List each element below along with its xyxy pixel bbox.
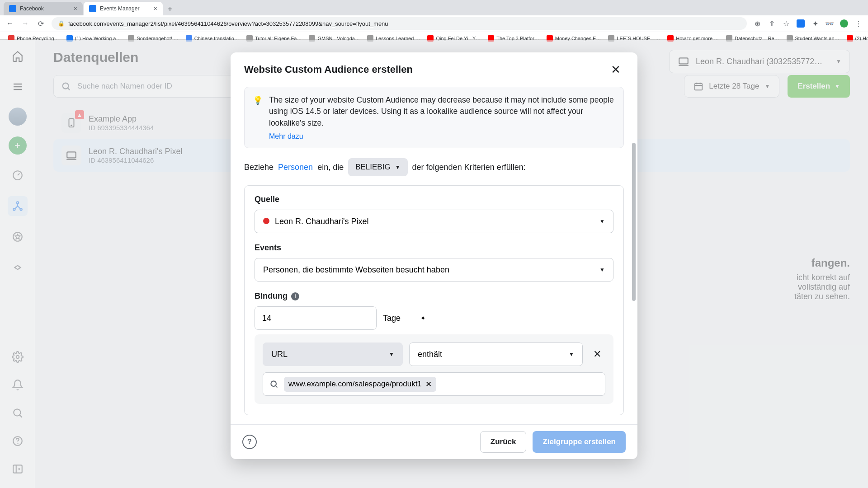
status-dot-icon	[263, 218, 269, 224]
info-icon[interactable]: i	[291, 292, 299, 300]
lightbulb-icon: 💡	[253, 95, 263, 141]
facebook-favicon	[9, 5, 16, 12]
close-icon[interactable]: ×	[74, 5, 77, 12]
svg-point-27	[271, 381, 276, 386]
modal-footer: ? Zurück Zielgruppe erstellen	[231, 424, 637, 459]
tab-events-manager[interactable]: Events Manager ×	[84, 2, 163, 15]
reload-icon[interactable]: ⟳	[36, 19, 45, 28]
source-select[interactable]: Leon R. Chaudhari's Pixel ▼	[255, 210, 613, 233]
chevron-down-icon: ▼	[599, 218, 605, 225]
incognito-icon[interactable]: 👓	[826, 19, 834, 28]
url-type-select[interactable]: URL ▼	[263, 343, 403, 366]
remove-chip-icon[interactable]: ✕	[425, 380, 432, 389]
tab-bar: Facebook × Events Manager × +	[0, 0, 868, 15]
learn-more-link[interactable]: Mehr dazu	[269, 132, 303, 141]
new-tab-button[interactable]: +	[164, 3, 176, 15]
url-text: facebook.com/events_manager2/list/pixel/…	[68, 20, 388, 27]
tab-label: Facebook	[20, 5, 44, 12]
url-input[interactable]: 🔒 facebook.com/events_manager2/list/pixe…	[52, 17, 747, 30]
zoom-icon[interactable]: ⊕	[753, 19, 761, 28]
create-audience-modal: Website Custom Audience erstellen ✕ 💡 Th…	[231, 52, 637, 459]
info-card: 💡 The size of your website Custom Audien…	[244, 87, 624, 148]
chevron-down-icon: ▼	[389, 351, 394, 357]
cursor-icon: ✦	[420, 314, 426, 322]
url-filter-row: URL ▼ enthält ▼ ✕ www.example.com/salesp…	[255, 334, 613, 404]
browser-chrome: Facebook × Events Manager × + ← → ⟳ 🔒 fa…	[0, 0, 868, 40]
help-icon[interactable]: ?	[242, 435, 257, 449]
tab-label: Events Manager	[100, 5, 139, 12]
facebook-favicon	[89, 5, 96, 12]
retention-label: Bindung i	[255, 291, 613, 301]
source-label: Quelle	[255, 195, 613, 204]
criteria-block: Quelle Leon R. Chaudhari's Pixel ▼ Event…	[244, 185, 624, 415]
back-icon[interactable]: ←	[5, 19, 14, 28]
info-text: The size of your website Custom Audience…	[269, 94, 615, 129]
match-type-select[interactable]: BELIEBIG ▼	[348, 158, 407, 176]
address-bar: ← → ⟳ 🔒 facebook.com/events_manager2/lis…	[0, 15, 868, 32]
lock-icon: 🔒	[58, 20, 65, 27]
url-value-input[interactable]: www.example.com/salespage/produkt1 ✕	[263, 372, 605, 396]
create-audience-button[interactable]: Zielgruppe erstellen	[533, 431, 626, 453]
remove-filter-button[interactable]: ✕	[589, 348, 605, 360]
events-label: Events	[255, 243, 613, 253]
retention-input[interactable]	[255, 306, 377, 330]
events-select[interactable]: Personen, die bestimmte Webseiten besuch…	[255, 258, 613, 282]
back-button[interactable]: Zurück	[480, 431, 527, 453]
criteria-sentence: Beziehe Personen ein, die BELIEBIG ▼ der…	[244, 158, 624, 176]
chevron-down-icon: ▼	[395, 164, 401, 170]
search-icon	[269, 380, 278, 389]
url-chip: www.example.com/salespage/produkt1 ✕	[284, 377, 436, 392]
share-icon[interactable]: ⇧	[768, 19, 776, 28]
retention-unit: Tage	[383, 314, 401, 323]
forward-icon[interactable]: →	[21, 19, 30, 28]
close-icon[interactable]: ✕	[608, 61, 624, 78]
modal-title: Website Custom Audience erstellen	[244, 64, 413, 75]
extensions-icon[interactable]: ✦	[811, 19, 819, 28]
tab-facebook[interactable]: Facebook ×	[4, 2, 83, 15]
close-icon[interactable]: ×	[154, 5, 157, 12]
star-icon[interactable]: ☆	[782, 19, 790, 28]
scrollbar[interactable]	[632, 143, 636, 301]
chevron-down-icon: ▼	[569, 351, 574, 357]
chevron-down-icon: ▼	[599, 267, 605, 273]
menu-icon[interactable]: ⋮	[854, 19, 863, 28]
profile-icon[interactable]	[840, 19, 848, 28]
people-link[interactable]: Personen	[278, 163, 313, 172]
fb-ext-icon[interactable]	[797, 19, 805, 28]
url-operator-select[interactable]: enthält ▼	[409, 343, 583, 366]
svg-line-28	[275, 385, 277, 387]
